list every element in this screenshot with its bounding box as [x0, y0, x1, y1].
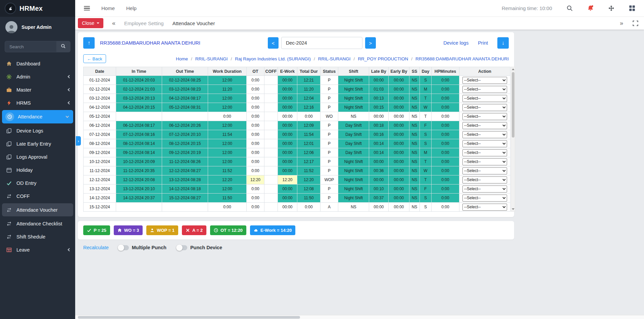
- badge-e-work[interactable]: E-Work = 14:20: [250, 225, 295, 235]
- prev-employee-button[interactable]: ↑: [83, 37, 95, 49]
- table-row: 13-12-202413-12-2024 20:1014-12-2024 08:…: [84, 184, 510, 194]
- badge-weekly-off[interactable]: WO = 3: [114, 225, 143, 235]
- next-employee-button[interactable]: ↓: [497, 37, 509, 49]
- cell-work-duration: 12:00: [208, 121, 247, 130]
- next-month-button[interactable]: >: [365, 37, 376, 49]
- grid-icon[interactable]: [629, 5, 635, 12]
- sidebar-item-hrms[interactable]: HRMS: [0, 96, 75, 109]
- cell-coff: [264, 166, 278, 175]
- prev-month-button[interactable]: <: [268, 37, 279, 49]
- sidebar-expand-handle[interactable]: ›: [76, 136, 81, 146]
- sidebar-item-attendance[interactable]: Attendance: [2, 110, 73, 123]
- action-select[interactable]: --Select--: [462, 113, 507, 120]
- sidebar-item-leave[interactable]: Leave: [0, 243, 75, 256]
- cell-out-time: 15-12-2024 08:27: [162, 194, 208, 203]
- action-select[interactable]: --Select--: [462, 122, 507, 129]
- horizontal-scrollbar-thumb[interactable]: [78, 316, 300, 319]
- sidebar-item-logs-approval[interactable]: Logs Approval: [0, 150, 75, 163]
- cell-ss: NS: [409, 203, 420, 212]
- cell-action: --Select--: [459, 203, 510, 212]
- exchange-icon: [6, 207, 12, 213]
- cell-ot: 0:00: [247, 166, 264, 175]
- action-select[interactable]: --Select--: [462, 158, 507, 165]
- sidebar-item-shift-shedule[interactable]: Shift Shedule: [0, 230, 75, 243]
- sidebar-item-master[interactable]: Master: [0, 83, 75, 96]
- action-select[interactable]: --Select--: [462, 140, 507, 147]
- cell-action: --Select--: [459, 112, 510, 121]
- badge-absent[interactable]: A = 2: [182, 225, 206, 235]
- employee-link[interactable]: RR35688:DAMBARUDHAR ANANTA DEHURI: [100, 40, 200, 46]
- action-select[interactable]: --Select--: [462, 195, 507, 202]
- sidebar-item-coff[interactable]: COFF: [0, 190, 75, 203]
- sidebar-item-dashboard[interactable]: Dashboard: [0, 57, 75, 70]
- breadcrumb-link[interactable]: RRIL-SURANGI: [195, 56, 228, 61]
- expand-arrows-icon[interactable]: [608, 5, 614, 12]
- sidebar-item-od-entry[interactable]: OD Entry: [0, 176, 75, 190]
- back-button[interactable]: ← Back: [83, 54, 106, 63]
- tab-attendace-voucher[interactable]: Attendace Voucher: [172, 20, 215, 26]
- badge-overtime[interactable]: OT = 12:20: [210, 225, 246, 235]
- breadcrumb-link[interactable]: Raj Rayon Industries Ltd. (SURANGI): [235, 56, 311, 61]
- cell-date: 14-12-2024: [84, 194, 116, 203]
- action-select[interactable]: --Select--: [462, 149, 507, 156]
- scroll-up-arrow-icon[interactable]: [512, 68, 514, 70]
- badge-present[interactable]: P = 25: [83, 225, 110, 235]
- action-select[interactable]: --Select--: [462, 77, 507, 84]
- breadcrumb-link[interactable]: Home: [176, 56, 188, 61]
- caret-down-icon: [97, 22, 99, 24]
- collapse-tabs-left-icon[interactable]: «: [112, 20, 115, 26]
- action-select[interactable]: --Select--: [462, 204, 507, 211]
- device-logs-link[interactable]: Device logs: [443, 40, 468, 46]
- user-bar[interactable]: Super Admin: [0, 17, 75, 38]
- breadcrumb-link[interactable]: RR_POY PRODUCTION: [358, 56, 408, 61]
- cell-out-time: [162, 203, 208, 212]
- sidebar-item-holiday[interactable]: Holiday: [0, 163, 75, 176]
- fullscreen-icon[interactable]: [632, 20, 639, 26]
- cell-shift: Day Shift: [338, 139, 369, 148]
- action-select[interactable]: --Select--: [462, 176, 507, 183]
- horizontal-scrollbar[interactable]: [75, 315, 644, 319]
- hamburger-menu-icon[interactable]: [84, 6, 90, 10]
- table-vertical-scrollbar[interactable]: [511, 67, 515, 212]
- cell-out-time: 06-12-2024 20:26: [162, 121, 208, 130]
- sidebar-item-admin[interactable]: Admin: [0, 70, 75, 83]
- breadcrumb-link[interactable]: RRIL-SURANGI: [318, 56, 351, 61]
- toggle-switch[interactable]: [118, 245, 129, 250]
- search-button[interactable]: [56, 41, 70, 52]
- sidebar-item-attendace-voucher[interactable]: Attendace Voucher: [2, 203, 73, 216]
- recalculate-link[interactable]: Recalculate: [83, 245, 109, 250]
- month-input[interactable]: [281, 37, 362, 49]
- sidebar-item-attendance-checklist[interactable]: Attendance Checklist: [0, 217, 75, 230]
- badge-label: P = 25: [94, 228, 106, 233]
- action-select[interactable]: --Select--: [462, 86, 507, 93]
- print-link[interactable]: Print: [478, 40, 488, 46]
- action-select[interactable]: --Select--: [462, 131, 507, 138]
- cell-status: P: [320, 85, 338, 94]
- badge-weekly-off-present[interactable]: WOP = 1: [146, 225, 178, 235]
- search-icon[interactable]: [566, 5, 573, 12]
- cell-day: M: [420, 85, 432, 94]
- cell-ot: 0:00: [247, 194, 264, 203]
- cell-early-by: 00:00: [389, 203, 409, 212]
- tab-employee-setting[interactable]: Employee Setting: [124, 20, 164, 26]
- action-select[interactable]: --Select--: [462, 185, 507, 193]
- cell-day: W: [420, 166, 432, 175]
- sidebar-item-device-logs[interactable]: Device Logs: [0, 124, 75, 137]
- search-input[interactable]: [5, 41, 56, 52]
- topnav-home[interactable]: Home: [101, 5, 115, 11]
- vertical-scrollbar-thumb[interactable]: [512, 72, 514, 138]
- exchange-icon: [6, 221, 12, 227]
- collapse-tabs-right-icon[interactable]: »: [620, 20, 623, 26]
- sidebar-item-late-early-entry[interactable]: Late Early Entry: [0, 137, 75, 150]
- close-button[interactable]: Close: [78, 18, 103, 28]
- toggle-switch[interactable]: [177, 245, 187, 250]
- footer-controls: Recalculate Multiple PunchPunch Device: [83, 245, 644, 250]
- action-select[interactable]: --Select--: [462, 95, 507, 102]
- topnav-help[interactable]: Help: [126, 5, 137, 11]
- action-select[interactable]: --Select--: [462, 104, 507, 111]
- breadcrumb-link[interactable]: RR35688:DAMBARUDHAR ANANTA DEHURI: [415, 56, 509, 61]
- scroll-down-arrow-icon[interactable]: [512, 208, 514, 210]
- action-select[interactable]: --Select--: [462, 167, 507, 174]
- notification-bell-icon[interactable]: [587, 5, 594, 12]
- cell-ot: 0:00: [247, 157, 264, 166]
